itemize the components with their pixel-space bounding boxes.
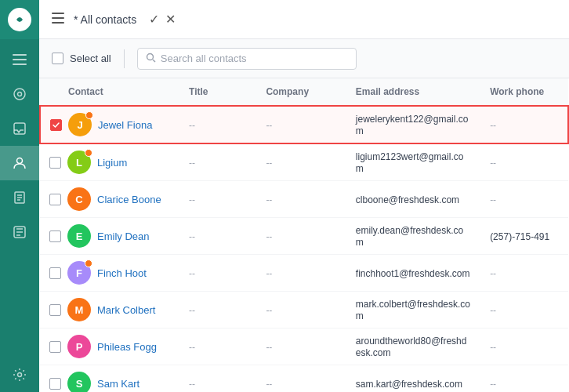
- table-row[interactable]: J Jewel Fiona -- -- jewelerykent122@gmai…: [40, 106, 568, 143]
- table-row[interactable]: S Sam Kart -- -- sam.kart@freshdesk.com …: [40, 365, 568, 393]
- select-all-area: Select all: [52, 53, 111, 64]
- col-email: Email address: [346, 78, 480, 106]
- sidebar-item-home[interactable]: [0, 77, 39, 111]
- title-value: --: [189, 379, 195, 390]
- company-value: --: [266, 379, 272, 390]
- row-checkbox[interactable]: [49, 304, 61, 316]
- svg-rect-11: [52, 13, 64, 14]
- svg-rect-1: [13, 54, 27, 56]
- row-checkbox[interactable]: [49, 194, 61, 205]
- col-title: Title: [179, 78, 256, 106]
- sidebar-item-book[interactable]: [0, 180, 39, 215]
- table-row[interactable]: E Emily Dean -- -- emily.dean@freshdesk.…: [40, 218, 568, 255]
- avatar: E: [67, 224, 91, 248]
- col-company: Company: [256, 78, 346, 106]
- svg-rect-12: [52, 17, 64, 19]
- phone-value: --: [490, 194, 496, 205]
- row-checkbox[interactable]: [49, 267, 61, 279]
- svg-rect-2: [13, 59, 27, 60]
- svg-point-10: [18, 373, 22, 377]
- sidebar-item-menu[interactable]: [0, 42, 39, 77]
- contact-name[interactable]: Ligium: [97, 157, 127, 169]
- sidebar-logo: [0, 0, 39, 39]
- contacts-table: Contact Title Company Email address Work…: [39, 78, 569, 392]
- table-row[interactable]: L Ligium -- -- ligium2123wert@gmail.com …: [40, 143, 568, 181]
- company-value: --: [266, 342, 272, 353]
- row-checkbox[interactable]: [49, 230, 61, 242]
- contact-name[interactable]: Mark Colbert: [97, 304, 155, 316]
- phone-value: (257)-715-491: [490, 231, 549, 242]
- sidebar: [0, 0, 39, 392]
- svg-rect-3: [13, 64, 27, 65]
- svg-point-5: [18, 93, 22, 96]
- sidebar-item-settings[interactable]: [0, 358, 39, 392]
- email-value: emily.dean@freshdesk.com: [356, 225, 463, 248]
- contact-name[interactable]: Jewel Fiona: [98, 119, 152, 131]
- table-row[interactable]: P Phileas Fogg -- -- aroundtheworld80@fr…: [40, 328, 568, 365]
- title-value: --: [189, 158, 195, 169]
- company-value: --: [266, 305, 272, 316]
- toolbar-divider: [124, 49, 125, 68]
- avatar: P: [67, 335, 91, 358]
- svg-rect-6: [14, 123, 25, 134]
- table-row[interactable]: C Clarice Boone -- -- clboone@freshdesk.…: [40, 181, 568, 218]
- avatar: F: [67, 261, 91, 285]
- search-input[interactable]: [161, 53, 348, 64]
- select-all-checkbox[interactable]: [52, 53, 63, 64]
- title-value: --: [189, 120, 195, 131]
- search-icon: [146, 53, 156, 65]
- svg-point-7: [17, 158, 23, 164]
- avatar: J: [68, 113, 92, 136]
- title-value: --: [189, 268, 195, 279]
- contact-name[interactable]: Clarice Boone: [97, 194, 161, 205]
- search-box: [137, 48, 357, 70]
- company-value: --: [266, 268, 272, 279]
- select-all-label[interactable]: Select all: [70, 53, 111, 64]
- phone-value: --: [490, 342, 496, 353]
- phone-value: --: [490, 379, 496, 390]
- toolbar: Select all: [39, 39, 569, 78]
- sidebar-item-contacts[interactable]: [0, 146, 39, 180]
- row-checkbox[interactable]: [50, 119, 62, 131]
- email-value: sam.kart@freshdesk.com: [356, 379, 462, 390]
- main-content: * All contacts ✓ ✕ Select all: [39, 0, 569, 392]
- avatar: S: [67, 372, 91, 392]
- row-checkbox[interactable]: [49, 378, 61, 390]
- contacts-table-wrapper: Contact Title Company Email address Work…: [39, 78, 569, 392]
- email-value: jewelerykent122@gmail.com: [356, 114, 469, 136]
- row-checkbox[interactable]: [49, 341, 61, 353]
- company-value: --: [266, 231, 272, 242]
- title-value: --: [189, 194, 195, 205]
- sidebar-item-tickets[interactable]: [0, 215, 39, 249]
- email-value: clboone@freshdesk.com: [356, 194, 459, 205]
- contact-name[interactable]: Phileas Fogg: [97, 341, 157, 353]
- svg-point-14: [147, 53, 153, 60]
- phone-value: --: [490, 120, 496, 131]
- phone-value: --: [490, 158, 496, 169]
- table-row[interactable]: M Mark Colbert -- -- mark.colbert@freshd…: [40, 292, 568, 328]
- hamburger-icon[interactable]: [52, 11, 64, 27]
- company-value: --: [266, 158, 272, 169]
- avatar: C: [67, 187, 91, 211]
- sidebar-item-inbox[interactable]: [0, 111, 39, 146]
- phone-value: --: [490, 268, 496, 279]
- title-value: --: [189, 305, 195, 316]
- page-title: * All contacts: [74, 13, 136, 26]
- company-value: --: [266, 194, 272, 205]
- contact-name[interactable]: Emily Dean: [97, 230, 149, 242]
- contact-name[interactable]: Sam Kart: [97, 378, 140, 390]
- contact-name[interactable]: Finch Hoot: [97, 267, 147, 279]
- email-value: finchhoot1@freshdesk.com: [356, 268, 470, 279]
- close-icon[interactable]: ✕: [165, 12, 176, 27]
- email-value: mark.colbert@freshdesk.com: [356, 299, 470, 321]
- table-row[interactable]: F Finch Hoot -- -- finchhoot1@freshdesk.…: [40, 255, 568, 292]
- header-actions: ✓ ✕: [149, 12, 176, 27]
- email-value: ligium2123wert@gmail.com: [356, 151, 464, 174]
- col-contact: Contact: [40, 78, 179, 106]
- confirm-icon[interactable]: ✓: [149, 12, 159, 27]
- title-value: --: [189, 231, 195, 242]
- title-value: --: [189, 342, 195, 353]
- avatar: M: [67, 298, 91, 321]
- row-checkbox[interactable]: [49, 157, 61, 169]
- svg-point-4: [14, 89, 25, 100]
